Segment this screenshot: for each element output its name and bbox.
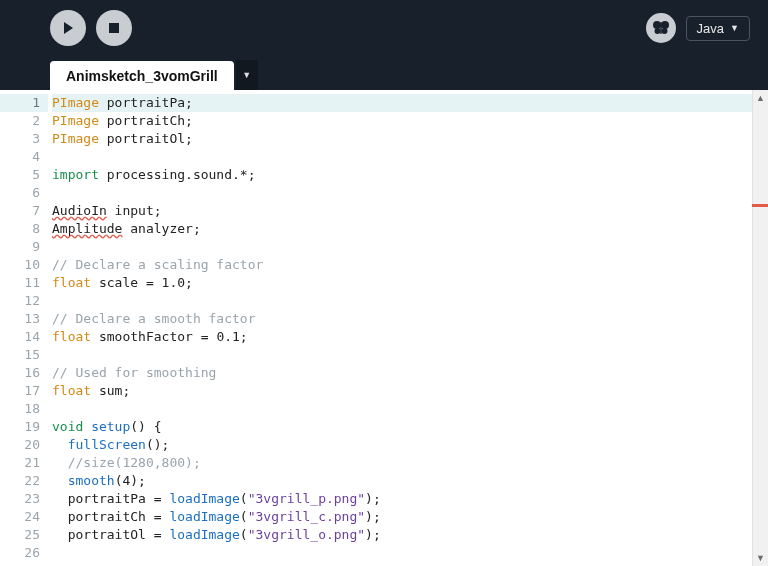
code-line[interactable] — [52, 238, 752, 256]
line-number: 25 — [0, 526, 48, 544]
line-number: 9 — [0, 238, 48, 256]
line-number: 7 — [0, 202, 48, 220]
code-line[interactable]: // Declare a scaling factor — [52, 256, 752, 274]
code-line[interactable]: portraitCh = loadImage("3vgrill_c.png"); — [52, 508, 752, 526]
svg-point-2 — [653, 21, 661, 29]
code-area[interactable]: PImage portraitPa;PImage portraitCh;PIma… — [48, 90, 752, 566]
line-number: 6 — [0, 184, 48, 202]
line-number: 1 — [0, 94, 48, 112]
stop-button[interactable] — [96, 10, 132, 46]
code-line[interactable] — [52, 346, 752, 364]
tab-dropdown[interactable]: ▼ — [236, 60, 258, 90]
line-number: 11 — [0, 274, 48, 292]
code-line[interactable]: PImage portraitOl; — [52, 130, 752, 148]
line-number: 17 — [0, 382, 48, 400]
run-button[interactable] — [50, 10, 86, 46]
line-number: 23 — [0, 490, 48, 508]
code-line[interactable]: // Used for smoothing — [52, 364, 752, 382]
line-number: 21 — [0, 454, 48, 472]
line-number: 19 — [0, 418, 48, 436]
line-number: 5 — [0, 166, 48, 184]
error-marker[interactable] — [752, 204, 768, 207]
code-line[interactable]: AudioIn input; — [52, 202, 752, 220]
play-icon — [61, 21, 75, 35]
line-number: 22 — [0, 472, 48, 490]
line-number: 12 — [0, 292, 48, 310]
code-line[interactable] — [52, 292, 752, 310]
chevron-down-icon: ▼ — [242, 70, 251, 80]
vertical-scrollbar[interactable]: ▲ ▼ — [752, 90, 768, 566]
line-number: 3 — [0, 130, 48, 148]
svg-rect-6 — [660, 22, 662, 34]
butterfly-icon — [652, 19, 670, 37]
line-number: 26 — [0, 544, 48, 562]
code-line[interactable]: float sum; — [52, 382, 752, 400]
line-number: 18 — [0, 400, 48, 418]
code-line[interactable]: void setup() { — [52, 418, 752, 436]
code-line[interactable]: PImage portraitPa; — [52, 94, 752, 112]
code-line[interactable]: PImage portraitCh; — [52, 112, 752, 130]
tab-strip: Animsketch_3vomGrill ▼ — [0, 56, 768, 90]
line-number: 20 — [0, 436, 48, 454]
chevron-down-icon: ▼ — [730, 23, 739, 33]
line-number: 16 — [0, 364, 48, 382]
svg-point-4 — [654, 28, 660, 34]
gutter: 1234567891011121314151617181920212223242… — [0, 90, 48, 566]
line-number: 4 — [0, 148, 48, 166]
code-line[interactable]: portraitOl = loadImage("3vgrill_o.png"); — [52, 526, 752, 544]
code-line[interactable]: float smoothFactor = 0.1; — [52, 328, 752, 346]
code-line[interactable]: fullScreen(); — [52, 436, 752, 454]
code-line[interactable]: // Declare a smooth factor — [52, 310, 752, 328]
line-number: 13 — [0, 310, 48, 328]
line-number: 24 — [0, 508, 48, 526]
svg-marker-0 — [64, 22, 73, 34]
toolbar: Java ▼ — [0, 0, 768, 56]
line-number: 14 — [0, 328, 48, 346]
tab-label: Animsketch_3vomGrill — [66, 68, 218, 84]
line-number: 10 — [0, 256, 48, 274]
svg-point-5 — [661, 28, 667, 34]
debug-button[interactable] — [646, 13, 676, 43]
code-line[interactable] — [52, 184, 752, 202]
code-line[interactable] — [52, 148, 752, 166]
svg-rect-1 — [109, 23, 119, 33]
line-number: 2 — [0, 112, 48, 130]
toolbar-right: Java ▼ — [646, 13, 750, 43]
code-line[interactable] — [52, 400, 752, 418]
scroll-down-arrow[interactable]: ▼ — [753, 550, 768, 566]
sketch-tab[interactable]: Animsketch_3vomGrill — [50, 61, 234, 90]
editor: 1234567891011121314151617181920212223242… — [0, 90, 768, 566]
line-number: 15 — [0, 346, 48, 364]
line-number: 8 — [0, 220, 48, 238]
code-line[interactable]: portraitPa = loadImage("3vgrill_p.png"); — [52, 490, 752, 508]
toolbar-left — [18, 10, 646, 46]
stop-icon — [108, 22, 120, 34]
code-line[interactable] — [52, 544, 752, 562]
language-label: Java — [697, 21, 724, 36]
language-select[interactable]: Java ▼ — [686, 16, 750, 41]
svg-point-3 — [661, 21, 669, 29]
scroll-up-arrow[interactable]: ▲ — [753, 90, 768, 106]
code-line[interactable]: Amplitude analyzer; — [52, 220, 752, 238]
code-line[interactable]: //size(1280,800); — [52, 454, 752, 472]
code-line[interactable]: smooth(4); — [52, 472, 752, 490]
code-line[interactable]: import processing.sound.*; — [52, 166, 752, 184]
code-line[interactable]: float scale = 1.0; — [52, 274, 752, 292]
